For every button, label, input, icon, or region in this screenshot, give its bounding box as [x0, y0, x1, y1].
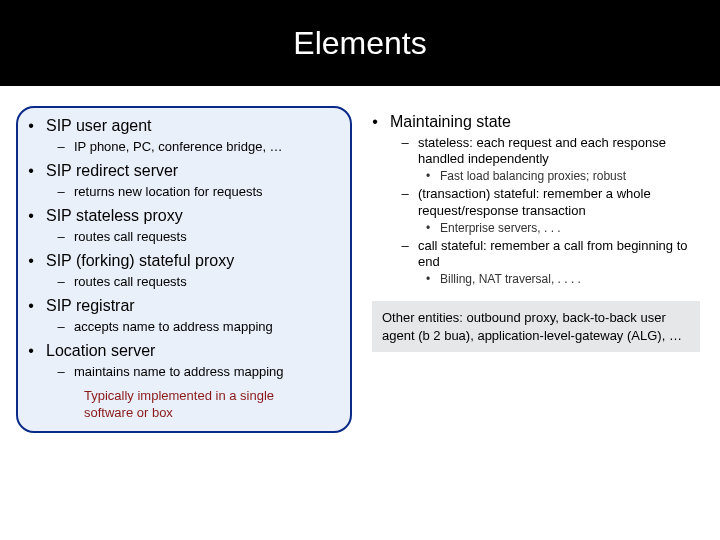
list-subitem-label: accepts name to address mapping: [74, 319, 273, 335]
bullet-icon: [24, 116, 38, 137]
bullet-icon: [422, 272, 434, 287]
list-subsubitem: Fast load balancing proxies; robust: [422, 169, 704, 184]
implementation-note: Typically implemented in a single softwa…: [84, 388, 324, 421]
dash-icon: [398, 186, 412, 219]
list-subitem: accepts name to address mapping: [54, 319, 344, 335]
list-item: Maintaining state: [368, 112, 704, 133]
right-heading: Maintaining state: [390, 112, 511, 133]
list-item: Location server: [24, 341, 344, 362]
list-item-label: SIP user agent: [46, 116, 152, 137]
right-column: Maintaining state stateless: each reques…: [368, 106, 704, 433]
list-subitem-label: call stateful: remember a call from begi…: [418, 238, 704, 271]
bullet-icon: [24, 296, 38, 317]
dash-icon: [54, 229, 68, 245]
blue-rounded-box: SIP user agent IP phone, PC, conference …: [16, 106, 352, 433]
bullet-icon: [368, 112, 382, 133]
list-subitem-label: routes call requests: [74, 274, 187, 290]
dash-icon: [398, 238, 412, 271]
list-subsubitem: Enterprise servers, . . .: [422, 221, 704, 236]
list-subitem: IP phone, PC, conference bridge, …: [54, 139, 344, 155]
list-subitem: stateless: each request and each respons…: [398, 135, 704, 168]
content-area: SIP user agent IP phone, PC, conference …: [0, 86, 720, 433]
list-subitem: call stateful: remember a call from begi…: [398, 238, 704, 271]
slide-title: Elements: [293, 25, 426, 62]
list-subitem-label: returns new location for requests: [74, 184, 263, 200]
list-item-label: SIP registrar: [46, 296, 135, 317]
list-subsubitem: Billing, NAT traversal, . . . .: [422, 272, 704, 287]
dash-icon: [398, 135, 412, 168]
list-subitem: (transaction) stateful: remember a whole…: [398, 186, 704, 219]
list-subsubitem-label: Billing, NAT traversal, . . . .: [440, 272, 581, 287]
dash-icon: [54, 274, 68, 290]
list-subitem: routes call requests: [54, 274, 344, 290]
list-item: SIP user agent: [24, 116, 344, 137]
left-column: SIP user agent IP phone, PC, conference …: [16, 106, 352, 433]
list-subitem-label: routes call requests: [74, 229, 187, 245]
dash-icon: [54, 139, 68, 155]
dash-icon: [54, 364, 68, 380]
list-subitem: routes call requests: [54, 229, 344, 245]
list-item-label: SIP (forking) stateful proxy: [46, 251, 234, 272]
list-subitem-label: stateless: each request and each respons…: [418, 135, 704, 168]
bullet-icon: [24, 206, 38, 227]
list-item: SIP stateless proxy: [24, 206, 344, 227]
bullet-icon: [24, 251, 38, 272]
list-subitem-label: maintains name to address mapping: [74, 364, 284, 380]
list-subitem: returns new location for requests: [54, 184, 344, 200]
list-item: SIP (forking) stateful proxy: [24, 251, 344, 272]
list-item: SIP redirect server: [24, 161, 344, 182]
bullet-icon: [24, 161, 38, 182]
list-subsubitem-label: Fast load balancing proxies; robust: [440, 169, 626, 184]
other-entities-box: Other entities: outbound proxy, back-to-…: [372, 301, 700, 352]
list-subitem-label: IP phone, PC, conference bridge, …: [74, 139, 283, 155]
list-item-label: Location server: [46, 341, 155, 362]
list-subitem-label: (transaction) stateful: remember a whole…: [418, 186, 704, 219]
list-subitem: maintains name to address mapping: [54, 364, 344, 380]
bullet-icon: [422, 221, 434, 236]
bullet-icon: [24, 341, 38, 362]
bullet-icon: [422, 169, 434, 184]
dash-icon: [54, 319, 68, 335]
title-bar: Elements: [0, 0, 720, 86]
list-item-label: SIP stateless proxy: [46, 206, 183, 227]
list-item: SIP registrar: [24, 296, 344, 317]
dash-icon: [54, 184, 68, 200]
list-item-label: SIP redirect server: [46, 161, 178, 182]
list-subsubitem-label: Enterprise servers, . . .: [440, 221, 561, 236]
